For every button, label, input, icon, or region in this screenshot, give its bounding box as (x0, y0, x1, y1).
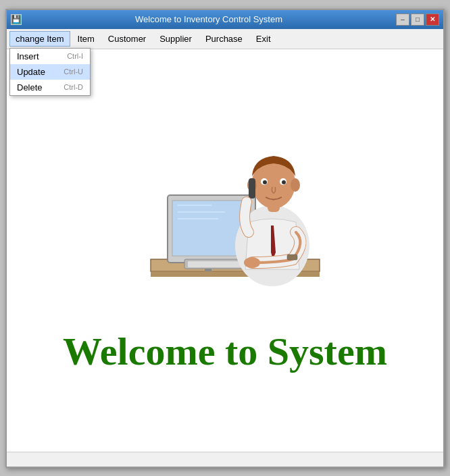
svg-point-20 (263, 180, 267, 184)
menu-change-item[interactable]: change Item (9, 31, 70, 47)
window-title: Welcome to Inventory Control System (22, 14, 396, 24)
app-icon: 💾 (11, 14, 22, 25)
dropdown-delete[interactable]: Delete Ctrl-D (10, 80, 90, 95)
svg-point-23 (244, 257, 260, 268)
update-shortcut: Ctrl-U (64, 68, 83, 76)
svg-point-21 (282, 180, 286, 184)
delete-shortcut: Ctrl-D (64, 83, 83, 91)
welcome-text: Welcome to System (63, 330, 387, 373)
update-label: Update (17, 67, 45, 77)
insert-shortcut: Ctrl-I (67, 52, 83, 60)
menu-supplier[interactable]: Supplier (153, 31, 198, 47)
menu-bar: change Item Item Customer Supplier Purch… (7, 29, 443, 49)
main-content: Welcome to System (7, 49, 443, 452)
status-bar (7, 452, 443, 467)
menu-item[interactable]: Item (72, 31, 101, 47)
dropdown-insert[interactable]: Insert Ctrl-I (10, 49, 90, 64)
restore-button[interactable]: □ (411, 14, 424, 26)
minimize-button[interactable]: – (396, 14, 409, 26)
svg-rect-22 (249, 178, 255, 199)
close-button[interactable]: ✕ (426, 14, 439, 26)
illustration (117, 128, 333, 317)
delete-label: Delete (17, 82, 43, 92)
svg-rect-24 (287, 255, 297, 260)
title-bar: 💾 Welcome to Inventory Control System – … (7, 10, 443, 29)
svg-point-17 (291, 178, 300, 192)
insert-label: Insert (17, 51, 39, 61)
dropdown-update[interactable]: Update Ctrl-U (10, 64, 90, 80)
main-window: 💾 Welcome to Inventory Control System – … (5, 9, 445, 468)
menu-purchase[interactable]: Purchase (199, 31, 249, 47)
menu-customer[interactable]: Customer (102, 31, 152, 47)
menu-exit[interactable]: Exit (250, 31, 277, 47)
window-controls: – □ ✕ (396, 14, 439, 26)
change-item-dropdown: Insert Ctrl-I Update Ctrl-U Delete Ctrl-… (9, 48, 91, 96)
